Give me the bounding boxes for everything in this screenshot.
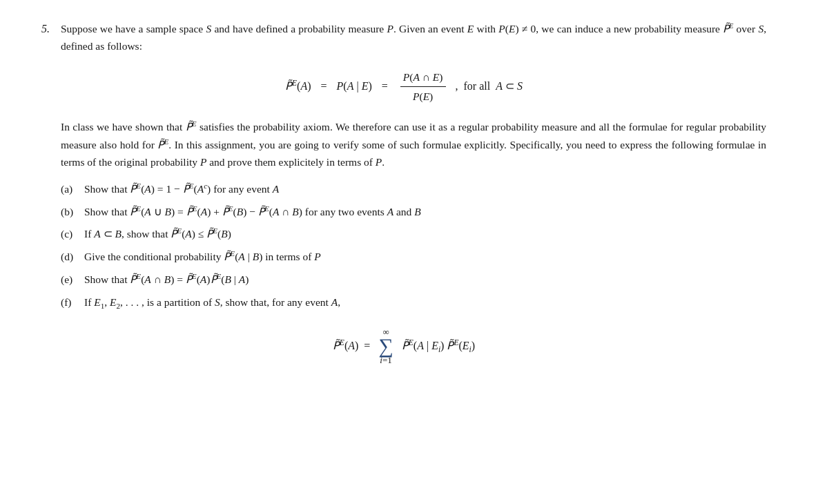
parts-list: (a) Show that P̃E(A) = 1 − P̃E(Ac) for a… xyxy=(61,181,766,311)
part-e-label: (e) xyxy=(61,271,80,289)
part-c-label: (c) xyxy=(61,226,80,243)
part-a: (a) Show that P̃E(A) = 1 − P̃E(Ac) for a… xyxy=(61,181,766,198)
part-e-content: Show that P̃E(A ∩ B) = P̃E(A)P̃E(B | A) xyxy=(84,271,766,289)
problem-number: 5. xyxy=(41,21,61,37)
final-formula: P̃E(A) = ∞ ∑ i=1 P̃E(A | Ei) P̃E(Ei) xyxy=(41,325,766,367)
part-d-label: (d) xyxy=(61,249,80,266)
part-f-content: If E1, E2, . . . , is a partition of S, … xyxy=(84,294,766,311)
problem-intro: Suppose we have a sample space S and hav… xyxy=(61,21,766,55)
part-a-content: Show that P̃E(A) = 1 − P̃E(Ac) for any e… xyxy=(84,181,766,198)
part-f-label: (f) xyxy=(61,294,80,311)
part-e: (e) Show that P̃E(A ∩ B) = P̃E(A)P̃E(B |… xyxy=(61,271,766,289)
part-a-label: (a) xyxy=(61,181,80,198)
part-d: (d) Give the conditional probability P̃E… xyxy=(61,249,766,266)
problem-container: 5. Suppose we have a sample space S and … xyxy=(41,21,766,367)
main-formula: P̃E(A) = P(A | E) = P(A ∩ E) P(E) , for … xyxy=(41,69,766,105)
part-b-content: Show that P̃E(A ∪ B) = P̃E(A) + P̃E(B) −… xyxy=(84,204,766,221)
part-d-content: Give the conditional probability P̃E(A |… xyxy=(84,249,766,266)
problem-header: 5. Suppose we have a sample space S and … xyxy=(41,21,766,55)
part-b-label: (b) xyxy=(61,204,80,221)
part-f: (f) If E1, E2, . . . , is a partition of… xyxy=(61,294,766,311)
part-b: (b) Show that P̃E(A ∪ B) = P̃E(A) + P̃E(… xyxy=(61,204,766,221)
description-paragraph: In class we have shown that P̃E satisfie… xyxy=(61,118,766,171)
part-c: (c) If A ⊂ B, show that P̃E(A) ≤ P̃E(B) xyxy=(61,226,766,243)
part-c-content: If A ⊂ B, show that P̃E(A) ≤ P̃E(B) xyxy=(84,226,766,243)
